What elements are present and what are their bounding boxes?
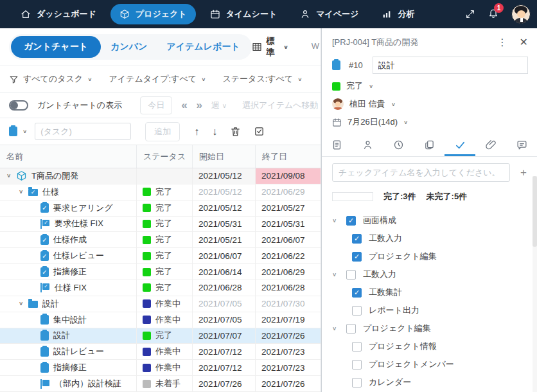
column-header-end[interactable]: 終了日 [256, 145, 321, 168]
tab-comments[interactable] [506, 135, 537, 156]
due-date-row[interactable]: 7月26日(14d) ∨ [322, 113, 537, 131]
end-date-cell: 2021/06/28 [256, 280, 321, 296]
nav-item-label: マイページ [316, 8, 358, 20]
column-header-name[interactable]: 名前 [0, 145, 137, 168]
checkbox-unchecked-icon[interactable] [352, 342, 362, 352]
chevron-down-icon[interactable]: ∨ [22, 129, 27, 134]
filter-leader[interactable]: リーダー [319, 73, 321, 85]
nav-item-projects[interactable]: プロジェクト [110, 4, 196, 24]
task-name: 要求仕様 FIX [55, 218, 103, 229]
filter-label: リーダー [319, 73, 321, 85]
trash-icon[interactable] [230, 126, 241, 137]
view-selector[interactable]: 標準 ∨ [252, 35, 288, 58]
tab-description[interactable] [322, 135, 353, 156]
tab-checklist[interactable] [445, 135, 475, 156]
table-row[interactable]: ∨T商品の開発2021/05/122021/09/08 [0, 168, 321, 184]
checkbox-unchecked-icon[interactable] [346, 324, 356, 334]
checkbox-unchecked-icon[interactable] [352, 360, 362, 370]
filter-item-type[interactable]: アイテムタイプ:すべて∨ [109, 73, 206, 85]
checkbox-unchecked-icon[interactable] [346, 270, 356, 280]
nav-item-mypage[interactable]: マイページ [291, 4, 367, 24]
gantt-toggle[interactable] [9, 100, 28, 111]
tab-item-report[interactable]: アイテムレポート [157, 36, 249, 58]
checklist-item: ✓プロジェクト編集 [322, 247, 537, 265]
kebab-menu-icon[interactable]: ⋮ [498, 37, 508, 48]
column-header-status[interactable]: ステータス [137, 145, 193, 168]
table-row[interactable]: 要求仕様 FIX完了2021/05/312021/05/31 [0, 217, 321, 233]
chevron-down-icon: ∨ [87, 76, 92, 82]
tab-gantt[interactable]: ガントチャート [11, 36, 101, 58]
table-row[interactable]: ∨仕様完了2021/05/122021/06/29 [0, 184, 321, 200]
table-row[interactable]: 設計レビュー作業中2021/07/122021/07/23 [0, 344, 321, 360]
item-name-input[interactable] [373, 57, 528, 74]
table-row[interactable]: 仕様作成完了2021/05/212021/06/07 [0, 232, 321, 248]
period-unit-select[interactable]: 週 ∨ [211, 100, 227, 111]
checklist-name-input[interactable] [332, 163, 510, 182]
start-date-cell: 2021/06/07 [193, 248, 256, 263]
expander-icon[interactable]: ∨ [332, 271, 346, 277]
check-square-icon[interactable] [254, 126, 265, 137]
checkbox-checked-icon[interactable]: ✓ [352, 288, 362, 298]
filter-status[interactable]: ステータス:すべて∨ [222, 73, 302, 85]
checkbox-checked-icon[interactable]: ✓ [346, 216, 356, 226]
tab-assignee[interactable] [353, 135, 383, 156]
table-row[interactable]: 指摘修正完了2021/06/142021/06/29 [0, 264, 321, 280]
filter-label: すべてのタスク [23, 73, 83, 85]
expander-icon[interactable]: ∨ [19, 301, 28, 307]
expander-icon[interactable]: ∨ [332, 325, 346, 331]
nav-item-analytics[interactable]: 分析 [373, 4, 423, 24]
checkbox-unchecked-icon[interactable] [352, 306, 362, 316]
tab-history[interactable] [383, 135, 414, 156]
clipboard-icon [9, 127, 17, 136]
table-row[interactable]: 設計完了2021/07/072021/07/26 [0, 328, 321, 344]
table-row[interactable]: ∨設計作業中2021/07/052021/07/30 [0, 296, 321, 312]
end-date-cell: 2021/07/26 [256, 376, 321, 391]
close-icon[interactable]: ✕ [520, 36, 528, 48]
add-check-item-button[interactable]: + [516, 166, 531, 179]
checkbox-checked-icon[interactable]: ✓ [352, 252, 362, 262]
today-button[interactable]: 今日 [140, 96, 172, 114]
goto-selected-button[interactable]: 選択アイテムへ移動 [242, 100, 319, 111]
panel-scrollbar[interactable] [533, 176, 537, 392]
status-label: 作業中 [155, 314, 180, 326]
column-header-start[interactable]: 開始日 [193, 145, 256, 168]
new-task-input[interactable] [35, 123, 131, 140]
table-row[interactable]: 仕様 FIX完了2021/06/282021/06/28 [0, 280, 321, 296]
table-row[interactable]: 集中設計作業中2021/07/052021/07/19 [0, 312, 321, 328]
view-tabs: ガントチャートカンバンアイテムレポート [9, 34, 252, 60]
expander-icon[interactable]: ∨ [19, 189, 28, 195]
nav-item-label: ダッシュボード [37, 8, 96, 20]
start-date-cell: 2021/05/21 [193, 232, 256, 247]
expander-icon[interactable]: ∨ [332, 217, 346, 223]
tab-attachments[interactable] [475, 135, 506, 156]
table-row[interactable]: （部内）設計検証未着手2021/07/262021/07/26 [0, 376, 321, 392]
tab-subitems[interactable] [414, 135, 445, 156]
task-name: 設計 [42, 298, 59, 310]
table-row[interactable]: 指摘修正作業中2021/07/122021/07/23 [0, 360, 321, 376]
start-date-cell: 2021/05/12 [193, 184, 256, 200]
notifications-button[interactable]: 1 [488, 8, 498, 21]
filter-all-tasks[interactable]: すべてのタスク∨ [9, 73, 92, 85]
view-tab-bar: ガントチャートカンバンアイテムレポート 標準 ∨ W [0, 28, 321, 66]
user-avatar[interactable] [511, 4, 531, 24]
bar-chart-icon [382, 9, 392, 19]
nav-item-timesheet[interactable]: タイムシート [201, 4, 286, 24]
nav-item-dashboard[interactable]: ダッシュボード [12, 4, 105, 24]
prev-period-button[interactable]: « [181, 99, 187, 112]
checkbox-unchecked-icon[interactable] [352, 378, 362, 388]
tab-kanban[interactable]: カンバン [101, 36, 157, 58]
status-label: 完了 [155, 218, 172, 229]
move-down-icon[interactable]: ↓ [212, 126, 217, 138]
checkbox-checked-icon[interactable]: ✓ [352, 234, 362, 244]
table-row[interactable]: 仕様レビュー完了2021/06/072021/06/22 [0, 248, 321, 264]
move-up-icon[interactable]: ↑ [194, 126, 199, 138]
assignee-row[interactable]: 植田 信貴 ∨ [322, 95, 537, 113]
cube-icon [119, 9, 130, 19]
task-table: 名前 ステータス 開始日 終了日 ∨T商品の開発2021/05/122021/0… [0, 145, 321, 392]
next-period-button[interactable]: » [197, 99, 202, 112]
expand-icon[interactable] [465, 9, 475, 19]
table-row[interactable]: 要求ヒアリング完了2021/05/122021/05/27 [0, 200, 321, 217]
expander-icon[interactable]: ∨ [6, 173, 16, 179]
add-task-button[interactable]: 追加 [145, 122, 180, 141]
status-row[interactable]: 完了 ∨ [322, 77, 537, 95]
